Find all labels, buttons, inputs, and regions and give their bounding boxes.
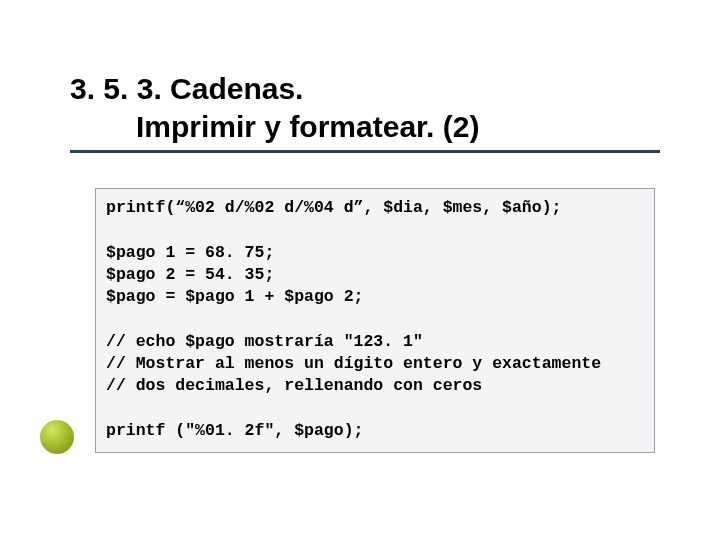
code-line: printf ("%01. 2f", $pago);: [106, 421, 363, 440]
slide-title: 3. 5. 3. Cadenas. Imprimir y formatear. …: [70, 70, 650, 145]
code-line: // dos decimales, rellenando con ceros: [106, 376, 482, 395]
code-line: printf(“%02 d/%02 d/%04 d”, $dia, $mes, …: [106, 198, 561, 217]
code-line: $pago = $pago 1 + $pago 2;: [106, 287, 363, 306]
code-line: // echo $pago mostraría "123. 1": [106, 332, 423, 351]
code-content: printf(“%02 d/%02 d/%04 d”, $dia, $mes, …: [106, 197, 644, 442]
title-underline: [70, 150, 660, 153]
code-box: printf(“%02 d/%02 d/%04 d”, $dia, $mes, …: [95, 188, 655, 453]
code-line: $pago 2 = 54. 35;: [106, 265, 274, 284]
accent-ball-icon: [40, 420, 74, 454]
slide: 3. 5. 3. Cadenas. Imprimir y formatear. …: [0, 0, 720, 540]
code-line: // Mostrar al menos un dígito entero y e…: [106, 354, 601, 373]
title-line-1: 3. 5. 3. Cadenas.: [70, 72, 303, 105]
title-line-2: Imprimir y formatear. (2): [70, 108, 479, 146]
code-line: $pago 1 = 68. 75;: [106, 243, 274, 262]
slide-title-block: 3. 5. 3. Cadenas. Imprimir y formatear. …: [70, 70, 650, 145]
